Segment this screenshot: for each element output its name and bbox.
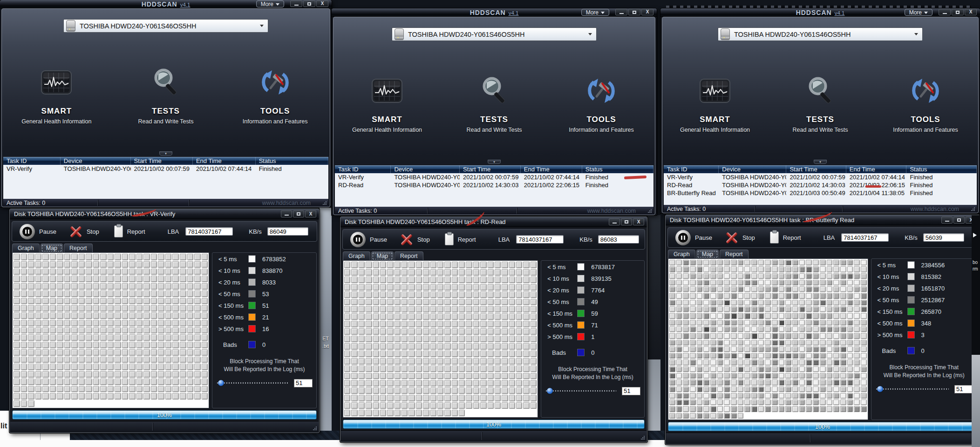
resize-grip[interactable] bbox=[313, 426, 317, 431]
block-time-input[interactable] bbox=[622, 387, 640, 395]
column-header[interactable]: End Time bbox=[521, 165, 582, 173]
column-header[interactable]: Device bbox=[61, 157, 131, 165]
slider-track[interactable] bbox=[217, 382, 288, 384]
more-button[interactable]: More bbox=[256, 0, 284, 7]
resize-grip[interactable] bbox=[647, 209, 652, 213]
kbs-input[interactable] bbox=[923, 233, 964, 242]
pause-button[interactable]: Pause bbox=[350, 232, 387, 247]
desktop-icon-label[interactable]: .txt bbox=[320, 343, 332, 349]
maximize-button[interactable] bbox=[952, 9, 964, 15]
kbs-input[interactable] bbox=[267, 227, 308, 236]
column-header[interactable]: Status bbox=[906, 165, 977, 173]
slider-thumb[interactable] bbox=[877, 386, 883, 392]
app-version-link[interactable]: v4.1 bbox=[509, 10, 519, 16]
stop-button[interactable]: Stop bbox=[69, 225, 99, 238]
report-button[interactable]: Report bbox=[445, 233, 476, 245]
slider-track[interactable] bbox=[546, 390, 616, 392]
column-header[interactable]: Start Time bbox=[460, 165, 521, 173]
detail-title-bar[interactable]: Disk TOSHIBA HDWD240-Y061S46OS5HH task :… bbox=[340, 217, 647, 227]
minimize-button[interactable] bbox=[609, 218, 620, 225]
column-header[interactable]: Device bbox=[391, 165, 460, 173]
maximize-button[interactable] bbox=[953, 217, 965, 224]
lba-input[interactable] bbox=[185, 227, 233, 236]
minimize-button[interactable] bbox=[290, 0, 302, 7]
tab-map[interactable]: Map bbox=[41, 244, 63, 253]
table-row[interactable]: VR-Verify TOSHIBA HDWD240-Y061S... 2021/… bbox=[664, 173, 977, 181]
close-button[interactable]: X bbox=[641, 9, 653, 15]
section-tests[interactable]: TESTS Read and Write Tests bbox=[111, 60, 221, 125]
maximize-button[interactable] bbox=[628, 9, 640, 15]
more-button[interactable]: More bbox=[581, 9, 609, 16]
report-button[interactable]: Report bbox=[114, 225, 145, 237]
title-bar[interactable]: HDDSCANv4.1 More X bbox=[332, 8, 657, 17]
block-time-input[interactable] bbox=[954, 385, 973, 393]
section-tests[interactable]: TESTS Read and Write Tests bbox=[441, 68, 548, 133]
table-row[interactable]: VR-Verify TOSHIBA HDWD240-Y061S... 2021/… bbox=[335, 173, 653, 181]
lba-input[interactable] bbox=[841, 233, 889, 242]
table-row[interactable]: VR-Verify TOSHIBA HDWD240-Y061S... 2021/… bbox=[3, 165, 328, 173]
section-smart[interactable]: SMART General Health Information bbox=[333, 68, 441, 133]
section-smart[interactable]: SMART General Health Information bbox=[2, 60, 111, 125]
slider-track[interactable] bbox=[876, 388, 949, 390]
table-row[interactable]: RD-Read TOSHIBA HDWD240-Y061S... 2021/10… bbox=[664, 181, 977, 189]
kbs-input[interactable] bbox=[598, 235, 639, 244]
block-time-slider[interactable] bbox=[217, 379, 313, 387]
block-time-slider[interactable] bbox=[546, 387, 640, 395]
app-version-link[interactable]: v4.1 bbox=[180, 2, 191, 7]
tab-report[interactable]: Report bbox=[395, 251, 423, 261]
expand-arrow-icon[interactable] bbox=[973, 233, 977, 237]
column-header[interactable]: Status bbox=[582, 165, 653, 173]
detail-title-bar[interactable]: Disk TOSHIBA HDWD240-Y061S46OS5HH task :… bbox=[10, 209, 319, 219]
maximize-button[interactable] bbox=[621, 218, 632, 225]
more-button[interactable]: More bbox=[905, 9, 932, 16]
stop-button[interactable]: Stop bbox=[725, 231, 755, 244]
column-header[interactable]: Task ID bbox=[335, 165, 391, 173]
title-bar[interactable]: HDDSCANv4.1 More X bbox=[0, 0, 332, 8]
tab-report[interactable]: Report bbox=[64, 244, 93, 253]
block-time-input[interactable] bbox=[294, 379, 313, 387]
minimize-button[interactable] bbox=[281, 210, 292, 217]
close-button[interactable]: X bbox=[965, 9, 977, 15]
slider-thumb[interactable] bbox=[547, 388, 553, 394]
column-header[interactable]: Task ID bbox=[3, 157, 61, 165]
maximize-button[interactable] bbox=[303, 0, 315, 7]
collapse-handle[interactable]: ▾ bbox=[488, 160, 501, 164]
tab-map[interactable]: Map bbox=[371, 251, 394, 261]
tab-report[interactable]: Report bbox=[720, 250, 749, 259]
column-header[interactable]: Task ID bbox=[664, 165, 719, 173]
drive-selector[interactable]: TOSHIBA HDWD240-Y061S46OS5HH bbox=[718, 27, 923, 41]
table-row[interactable]: RD-Read TOSHIBA HDWD240-Y061S... 2021/10… bbox=[335, 181, 653, 189]
drive-selector[interactable]: TOSHIBA HDWD240-Y061S46OS5HH bbox=[392, 27, 597, 41]
section-smart[interactable]: SMART General Health Information bbox=[662, 68, 768, 133]
resize-grip[interactable] bbox=[322, 201, 327, 205]
tab-map[interactable]: Map bbox=[696, 250, 719, 259]
report-button[interactable]: Report bbox=[770, 231, 801, 244]
column-header[interactable]: Start Time bbox=[131, 157, 193, 165]
tab-graph[interactable]: Graph bbox=[668, 250, 695, 259]
column-header[interactable]: End Time bbox=[846, 165, 907, 173]
column-header[interactable]: Status bbox=[256, 157, 328, 165]
column-header[interactable]: Device bbox=[719, 165, 786, 173]
section-tests[interactable]: TESTS Read and Write Tests bbox=[768, 68, 873, 133]
slider-thumb[interactable] bbox=[218, 380, 224, 386]
minimize-button[interactable] bbox=[615, 9, 627, 15]
close-button[interactable]: X bbox=[305, 210, 316, 217]
drive-selector[interactable]: TOSHIBA HDWD240-Y061S46OS5HH bbox=[63, 19, 268, 33]
minimize-button[interactable] bbox=[941, 217, 953, 224]
app-version-link[interactable]: v4.1 bbox=[835, 10, 845, 16]
lba-input[interactable] bbox=[516, 235, 564, 244]
section-tools[interactable]: TOOLS Information and Features bbox=[548, 68, 655, 133]
collapse-handle[interactable]: ▾ bbox=[814, 160, 827, 164]
table-row[interactable]: BR-Butterfly Read TOSHIBA HDWD240-Y061S.… bbox=[664, 189, 977, 197]
collapse-handle[interactable]: ▾ bbox=[159, 151, 172, 156]
desktop-icon-label[interactable]: ET bbox=[320, 336, 332, 341]
pause-button[interactable]: Pause bbox=[675, 230, 712, 245]
section-tools[interactable]: TOOLS Information and Features bbox=[873, 68, 978, 133]
tab-graph[interactable]: Graph bbox=[343, 251, 370, 261]
section-tools[interactable]: TOOLS Information and Features bbox=[220, 60, 330, 125]
resize-grip[interactable] bbox=[640, 435, 645, 440]
close-button[interactable]: X bbox=[316, 0, 328, 7]
tab-graph[interactable]: Graph bbox=[12, 244, 40, 253]
maximize-button[interactable] bbox=[293, 210, 304, 217]
close-button[interactable]: X bbox=[633, 218, 644, 225]
